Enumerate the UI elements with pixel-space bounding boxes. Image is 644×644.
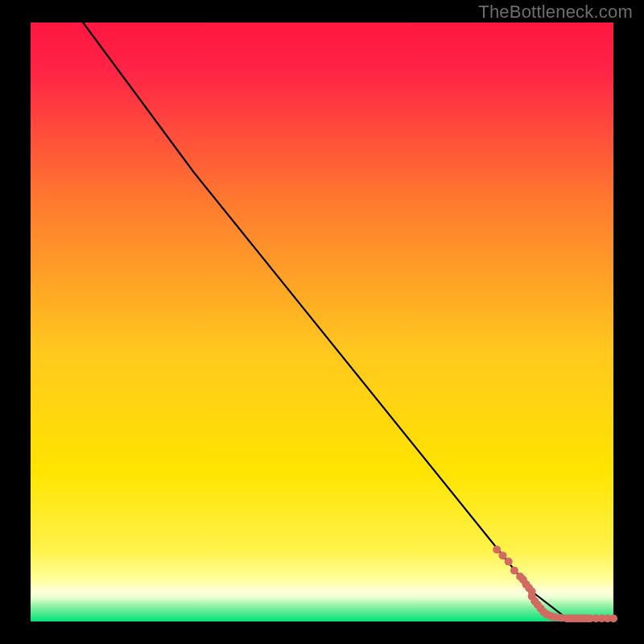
plot-background <box>31 23 613 621</box>
data-point <box>609 614 617 622</box>
data-point <box>493 546 501 554</box>
data-point <box>505 558 513 566</box>
data-point <box>510 567 518 575</box>
chart-container: TheBottleneck.com <box>0 0 644 644</box>
data-point <box>498 551 506 559</box>
attribution-watermark: TheBottleneck.com <box>478 2 633 23</box>
bottleneck-chart <box>0 0 644 644</box>
